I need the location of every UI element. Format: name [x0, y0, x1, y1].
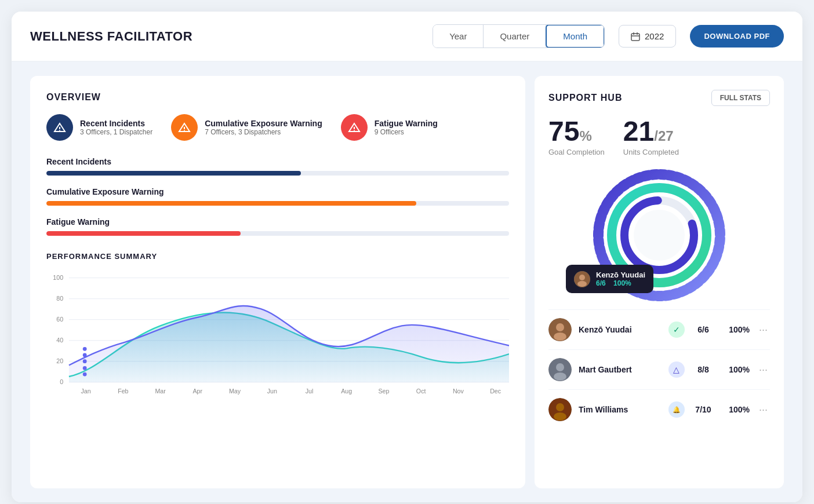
person-row-mart: Mart Gautbert △ 8/8 100% ···: [548, 349, 770, 389]
header: WELLNESS FACILITATOR Year Quarter Month …: [12, 12, 802, 62]
mart-pct: 100%: [722, 365, 750, 374]
kenzo-name: Kenzō Yuudai: [579, 325, 662, 334]
cumulative-exposure-text: Cumulative Exposure Warning 7 Officers, …: [205, 119, 322, 136]
progress-bar-fill-incidents: [46, 171, 301, 176]
tim-pct: 100%: [722, 405, 750, 414]
svg-text:Dec: Dec: [490, 388, 502, 395]
year-button[interactable]: Year: [433, 25, 484, 48]
kenzo-menu[interactable]: ···: [757, 322, 770, 338]
svg-text:40: 40: [56, 337, 63, 344]
svg-text:Jan: Jan: [81, 388, 91, 395]
overview-title: OVERVIEW: [46, 92, 509, 103]
fatigue-warning-text: Fatigue Warning 9 Officers: [375, 119, 438, 136]
svg-point-5: [59, 130, 60, 132]
svg-text:20: 20: [56, 357, 63, 364]
recent-incidents-text: Recent Incidents 3 Officers, 1 Dispatche…: [80, 119, 152, 136]
svg-rect-0: [631, 34, 639, 41]
alert-recent-incidents: Recent Incidents 3 Officers, 1 Dispatche…: [46, 114, 152, 141]
donut-tooltip: Kenzō Yuudai 6/6 100%: [566, 265, 653, 293]
donut-chart-container: Kenzō Yuudai 6/6 100%: [548, 166, 770, 305]
goal-completion-number: 75%: [548, 118, 605, 145]
chart-title: PERFORMANCE SUMMARY: [46, 252, 509, 261]
svg-point-7: [184, 130, 185, 132]
support-header: SUPPORT HUB FULL STATS: [548, 90, 770, 106]
svg-point-50: [556, 323, 564, 331]
chart-container: 100 80 60 40 20 0 Jan Feb Mar Apr May Ju…: [46, 268, 509, 401]
svg-point-57: [554, 412, 566, 421]
progress-bar-bg-cumulative: [46, 201, 509, 206]
progress-bar-fill-cumulative: [46, 201, 416, 206]
quarter-button[interactable]: Quarter: [484, 25, 546, 48]
svg-text:Aug: Aug: [341, 388, 352, 395]
units-completed-stat: 21/27 Units Completed: [623, 118, 679, 156]
alert-cumulative-exposure: Cumulative Exposure Warning 7 Officers, …: [171, 114, 322, 141]
svg-point-54: [554, 372, 566, 381]
tim-score: 7/10: [692, 405, 715, 414]
performance-chart: 100 80 60 40 20 0 Jan Feb Mar Apr May Ju…: [46, 268, 509, 401]
progress-bar-bg-incidents: [46, 171, 509, 176]
progress-bar-fill-fatigue: [46, 231, 241, 236]
progress-recent-incidents: Recent Incidents: [46, 157, 509, 176]
month-button[interactable]: Month: [546, 24, 605, 48]
mart-badge: △: [668, 361, 685, 378]
kenzo-badge: ✓: [668, 322, 685, 338]
mart-score: 8/8: [692, 365, 715, 374]
left-panel: OVERVIEW Recent Incidents 3 Officers, 1 …: [30, 76, 525, 488]
person-list: Kenzō Yuudai ✓ 6/6 100% ··· Ma: [548, 309, 770, 429]
fatigue-warning-icon: [341, 114, 368, 141]
mart-avatar: [548, 358, 572, 381]
main-content: OVERVIEW Recent Incidents 3 Officers, 1 …: [12, 62, 802, 502]
svg-point-37: [83, 353, 87, 357]
svg-text:100: 100: [53, 274, 63, 281]
mart-menu[interactable]: ···: [757, 361, 770, 378]
mart-name: Mart Gautbert: [579, 365, 662, 374]
svg-text:May: May: [229, 388, 241, 395]
alert-fatigue-warning: Fatigue Warning 9 Officers: [341, 114, 438, 141]
svg-text:Sep: Sep: [378, 388, 389, 395]
right-panel: SUPPORT HUB FULL STATS 75% Goal Completi…: [535, 76, 784, 488]
svg-point-38: [83, 347, 87, 351]
kenzo-pct: 100%: [722, 325, 750, 334]
download-button[interactable]: DOWNLOAD PDF: [690, 25, 784, 48]
svg-text:Mar: Mar: [155, 388, 166, 395]
svg-point-51: [554, 333, 566, 341]
stats-row: 75% Goal Completion 21/27 Units Complete…: [548, 118, 770, 156]
cumulative-exposure-icon: [171, 114, 198, 141]
progress-section: Recent Incidents Cumulative Exposure War…: [46, 157, 509, 236]
alert-cards: Recent Incidents 3 Officers, 1 Dispatche…: [46, 114, 509, 141]
progress-bar-bg-fatigue: [46, 231, 509, 236]
svg-point-45: [634, 210, 685, 261]
goal-completion-stat: 75% Goal Completion: [548, 118, 605, 156]
full-stats-button[interactable]: FULL STATS: [711, 90, 770, 106]
svg-point-9: [354, 130, 355, 132]
year-label: 2022: [645, 31, 664, 41]
chart-section: PERFORMANCE SUMMARY 100 80 60: [46, 252, 509, 401]
person-row-tim: Tim Williams 🔔 7/10 100% ···: [548, 389, 770, 429]
svg-point-56: [556, 403, 564, 411]
tim-avatar: [548, 398, 572, 421]
svg-text:Nov: Nov: [453, 388, 464, 395]
units-completed-label: Units Completed: [623, 148, 679, 156]
progress-cumulative: Cumulative Exposure Warning: [46, 187, 509, 206]
progress-fatigue: Fatigue Warning: [46, 217, 509, 236]
goal-completion-label: Goal Completion: [548, 148, 605, 156]
svg-text:Jun: Jun: [267, 388, 277, 395]
year-selector[interactable]: 2022: [619, 25, 676, 48]
units-completed-number: 21/27: [623, 118, 679, 145]
svg-point-36: [83, 359, 87, 363]
svg-text:80: 80: [56, 295, 63, 302]
svg-text:Jul: Jul: [306, 388, 314, 395]
app-title: WELLNESS FACILITATOR: [30, 29, 423, 44]
svg-text:Apr: Apr: [192, 388, 202, 395]
support-hub-title: SUPPORT HUB: [548, 93, 622, 103]
svg-point-53: [556, 363, 564, 371]
person-row-kenzo: Kenzō Yuudai ✓ 6/6 100% ···: [548, 309, 770, 349]
tim-name: Tim Williams: [579, 405, 662, 414]
svg-text:Oct: Oct: [416, 388, 426, 395]
svg-text:60: 60: [56, 316, 63, 323]
tim-menu[interactable]: ···: [757, 401, 770, 418]
svg-point-48: [577, 281, 587, 287]
svg-text:0: 0: [60, 378, 63, 385]
svg-point-47: [579, 275, 585, 280]
svg-point-35: [83, 366, 87, 370]
